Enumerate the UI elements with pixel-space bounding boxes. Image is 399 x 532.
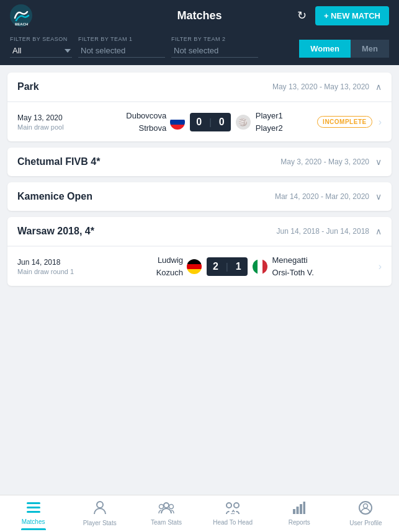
tournament-warsaw-date: Jun 14, 2018 - Jun 14, 2018 [277, 227, 369, 236]
app-header: BEACH Matches ↻ + NEW MATCH [0, 0, 399, 31]
score-divider-warsaw: | [225, 262, 230, 272]
tournament-warsaw-header[interactable]: Warsaw 2018, 4* Jun 14, 2018 - Jun 14, 2… [7, 217, 392, 246]
head-to-head-icon [225, 502, 240, 517]
team2-flag: 🏐 [236, 115, 251, 130]
nav-reports[interactable]: Reports [266, 497, 333, 531]
nav-reports-label: Reports [289, 519, 310, 526]
svg-point-8 [169, 505, 173, 509]
nav-head-to-head[interactable]: Head To Head [200, 497, 266, 531]
chevron-down-icon: ∨ [375, 157, 382, 167]
score2-warsaw: 1 [230, 257, 248, 276]
team-left: DubovcovaStrbova [126, 110, 185, 134]
team-stats-icon [158, 502, 174, 517]
tournament-kamenice-right: Mar 14, 2020 - Mar 20, 2020 ∨ [275, 192, 382, 202]
svg-rect-3 [27, 507, 40, 508]
arrow-right-icon-warsaw[interactable]: › [379, 261, 382, 272]
match-status: INCOMPLETE › [317, 116, 382, 128]
chevron-up-icon: ∧ [375, 82, 382, 92]
tournament-kamenice-header[interactable]: Kamenice Open Mar 14, 2020 - Mar 20, 202… [7, 182, 392, 211]
tournament-kamenice-date: Mar 14, 2020 - Mar 20, 2020 [275, 192, 369, 201]
team-right-warsaw: MenegattiOrsi-Toth V. [272, 254, 314, 278]
player-stats-icon [94, 501, 106, 518]
team1-flag-germany [187, 259, 202, 274]
tournament-chetumal-name: Chetumal FIVB 4* [17, 156, 100, 167]
team1-names-warsaw: LudwigKozuch [156, 254, 183, 278]
nav-player-stats-label: Player Stats [83, 520, 117, 526]
svg-rect-11 [293, 509, 295, 514]
season-filter-label: FILTER BY SEASON [10, 36, 72, 42]
svg-rect-4 [27, 511, 40, 513]
tournament-park: Park May 13, 2020 - May 13, 2020 ∧ May 1… [7, 73, 392, 141]
season-select[interactable]: All [10, 44, 72, 58]
svg-rect-13 [300, 504, 302, 514]
filters-bar: FILTER BY SEASON All FILTER BY TEAM 1 FI… [0, 31, 399, 65]
status-badge: INCOMPLETE [317, 116, 372, 128]
gender-toggle: Women Men [299, 40, 389, 58]
match-info-warsaw: Jun 14, 2018 Main draw round 1 [17, 258, 92, 275]
refresh-button[interactable]: ↻ [295, 6, 309, 25]
nav-user-profile-label: User Profile [349, 520, 382, 526]
nav-team-stats-label: Team Stats [151, 519, 182, 526]
chevron-down-icon-2: ∨ [375, 192, 382, 202]
nav-matches[interactable]: Matches [0, 497, 66, 530]
team-right: Player1Player2 [256, 110, 283, 134]
nav-active-indicator [21, 528, 46, 530]
arrow-right-icon[interactable]: › [379, 117, 382, 128]
logo: BEACH [10, 4, 32, 27]
bottom-nav: Matches Player Stats Team Stats [0, 495, 399, 532]
tournament-chetumal: Chetumal FIVB 4* May 3, 2020 - May 3, 20… [7, 148, 392, 176]
score2: 0 [213, 113, 231, 131]
score-box: 0 | 0 [190, 113, 230, 131]
svg-point-5 [97, 502, 103, 508]
tournament-kamenice: Kamenice Open Mar 14, 2020 - Mar 20, 202… [7, 182, 392, 211]
score1: 0 [190, 113, 208, 131]
team2-filter-label: FILTER BY TEAM 2 [171, 36, 258, 42]
svg-rect-2 [27, 502, 40, 504]
match-status-warsaw: › [379, 261, 382, 272]
women-button[interactable]: Women [299, 40, 351, 58]
match-round: Main draw pool [17, 123, 92, 131]
matches-icon [27, 502, 40, 516]
match-info: May 13, 2020 Main draw pool [17, 113, 92, 131]
svg-point-6 [164, 503, 169, 508]
match-row-warsaw: Jun 14, 2018 Main draw round 1 LudwigKoz… [7, 246, 392, 286]
nav-user-profile[interactable]: User Profile [333, 496, 399, 531]
match-round-warsaw: Main draw round 1 [17, 268, 92, 275]
tournament-chetumal-date: May 3, 2020 - May 3, 2020 [280, 157, 369, 166]
season-filter: FILTER BY SEASON All [10, 36, 72, 58]
tournament-warsaw-name: Warsaw 2018, 4* [17, 226, 94, 237]
score-divider: | [208, 117, 213, 127]
new-match-button[interactable]: + NEW MATCH [315, 6, 389, 25]
team1-names: DubovcovaStrbova [126, 110, 166, 134]
team2-names: Player1Player2 [256, 110, 283, 134]
tournament-kamenice-name: Kamenice Open [17, 191, 92, 202]
tournament-warsaw: Warsaw 2018, 4* Jun 14, 2018 - Jun 14, 2… [7, 217, 392, 286]
match-date: May 13, 2020 [17, 113, 92, 122]
men-button[interactable]: Men [351, 40, 389, 58]
tournament-warsaw-right: Jun 14, 2018 - Jun 14, 2018 ∧ [277, 226, 382, 236]
main-content: Park May 13, 2020 - May 13, 2020 ∧ May 1… [0, 65, 399, 499]
tournament-park-name: Park [17, 81, 39, 92]
svg-point-16 [364, 504, 368, 508]
team2-flag-italy [253, 259, 267, 274]
team2-input[interactable] [171, 44, 258, 58]
svg-rect-14 [303, 502, 306, 514]
nav-team-stats[interactable]: Team Stats [133, 497, 199, 531]
tournament-park-header[interactable]: Park May 13, 2020 - May 13, 2020 ∧ [7, 73, 392, 102]
team1-filter: FILTER BY TEAM 1 [78, 36, 165, 58]
match-teams-warsaw: LudwigKozuch 2 | 1 MenegattiOrsi-Toth V. [92, 254, 379, 278]
reports-icon [293, 502, 305, 517]
svg-rect-12 [297, 507, 299, 514]
user-profile-icon [359, 501, 372, 518]
svg-point-10 [234, 503, 239, 508]
tournament-chetumal-header[interactable]: Chetumal FIVB 4* May 3, 2020 - May 3, 20… [7, 148, 392, 176]
tournament-park-right: May 13, 2020 - May 13, 2020 ∧ [272, 82, 382, 92]
team1-input[interactable] [78, 44, 165, 58]
nav-matches-label: Matches [22, 518, 45, 525]
match-row: May 13, 2020 Main draw pool DubovcovaStr… [7, 102, 392, 141]
nav-player-stats[interactable]: Player Stats [66, 496, 133, 531]
team1-flag [170, 115, 185, 130]
tournament-park-date: May 13, 2020 - May 13, 2020 [272, 82, 369, 91]
chevron-up-icon-2: ∧ [375, 226, 382, 236]
match-date-warsaw: Jun 14, 2018 [17, 258, 92, 267]
